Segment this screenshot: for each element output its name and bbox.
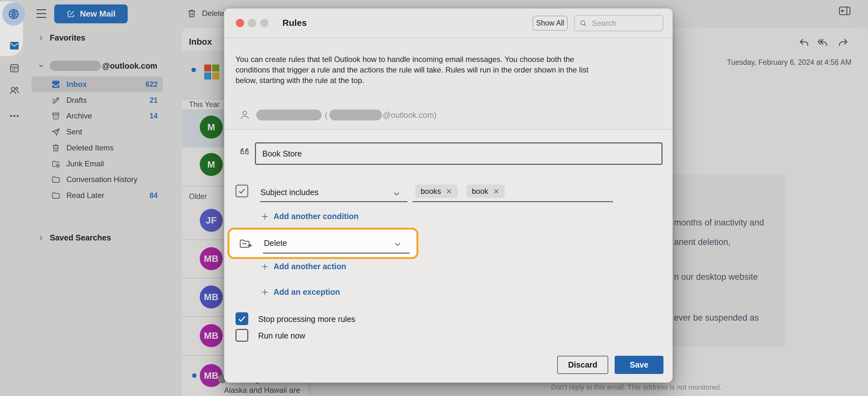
dialog-titlebar[interactable]: Rules Show All	[224, 9, 672, 38]
discard-button[interactable]: Discard	[557, 356, 608, 374]
condition-tag[interactable]: book	[466, 185, 505, 198]
chevron-down-icon[interactable]	[392, 189, 401, 199]
outlook-app-window: New Mail Favorites @outlook.com Inbox 62…	[0, 0, 868, 396]
redacted-account-alias	[329, 110, 382, 120]
save-button[interactable]: Save	[615, 356, 663, 374]
rules-search-field[interactable]	[574, 15, 663, 31]
minimize-window-button[interactable]	[248, 19, 256, 27]
check-icon	[238, 187, 246, 195]
chevron-down-icon[interactable]	[393, 239, 402, 249]
add-action-link[interactable]: Add another action	[261, 262, 346, 271]
rules-dialog: Rules Show All You can create rules that…	[224, 8, 673, 382]
dialog-description: You can create rules that tell Outlook h…	[236, 54, 596, 86]
action-selector[interactable]: Delete	[264, 238, 287, 248]
stop-processing-checkbox[interactable]	[236, 312, 248, 325]
search-input[interactable]	[591, 19, 653, 28]
stop-processing-label: Stop processing more rules	[258, 315, 355, 324]
remove-tag-icon[interactable]	[446, 188, 452, 195]
action-highlight-ring: Delete	[227, 228, 418, 259]
condition-value-underline	[413, 201, 613, 202]
add-condition-link[interactable]: Add another condition	[261, 212, 359, 221]
rule-name-icon	[238, 145, 251, 158]
move-to-folder-icon	[238, 236, 253, 251]
redacted-account-name	[256, 110, 322, 120]
run-rule-now-label: Run rule now	[258, 331, 305, 340]
action-underline	[263, 253, 410, 254]
dialog-title: Rules	[282, 18, 307, 28]
person-icon	[239, 109, 250, 121]
account-domain-text: @outlook.com)	[383, 111, 437, 120]
remove-tag-icon[interactable]	[493, 188, 499, 195]
condition-tag[interactable]: books	[415, 185, 458, 198]
run-rule-now-checkbox[interactable]	[236, 329, 248, 342]
rule-name-field[interactable]	[255, 142, 662, 165]
plus-icon	[261, 262, 269, 271]
plus-icon	[261, 288, 269, 296]
plus-icon	[261, 213, 269, 221]
condition-checkbox[interactable]	[236, 185, 248, 197]
search-icon	[579, 19, 588, 27]
paren-text: (	[325, 111, 328, 120]
check-icon	[237, 314, 247, 323]
zoom-window-button[interactable]	[260, 19, 268, 27]
rule-name-input[interactable]	[256, 143, 661, 164]
add-exception-link[interactable]: Add an exception	[261, 287, 340, 297]
close-window-button[interactable]	[236, 19, 244, 27]
rule-account-row: ( @outlook.com)	[239, 109, 437, 121]
condition-selector[interactable]: Subject includes	[260, 188, 318, 197]
condition-underline	[260, 201, 407, 202]
show-all-button[interactable]: Show All	[533, 16, 568, 31]
